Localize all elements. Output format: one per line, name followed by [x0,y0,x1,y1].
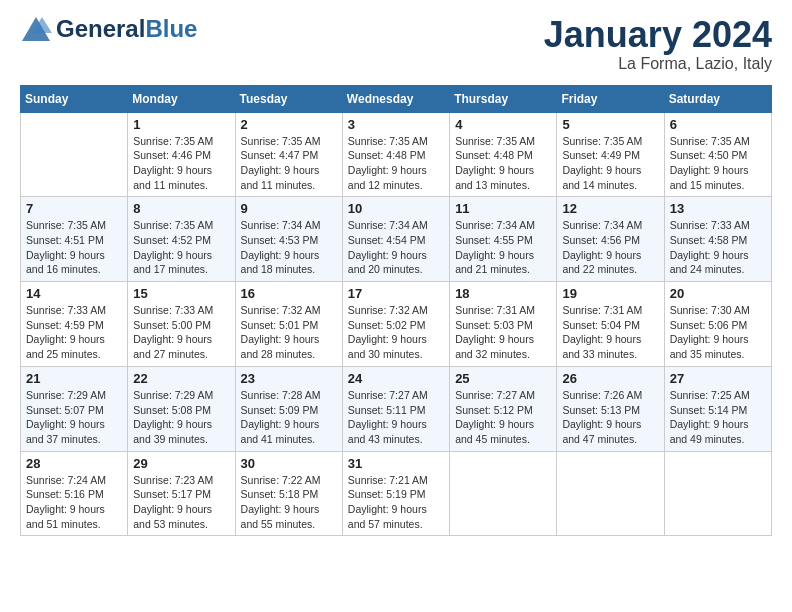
day-info: Sunrise: 7:31 AMSunset: 5:04 PMDaylight:… [562,303,658,362]
day-info: Sunrise: 7:31 AMSunset: 5:03 PMDaylight:… [455,303,551,362]
header-friday: Friday [557,85,664,112]
table-row: 20 Sunrise: 7:30 AMSunset: 5:06 PMDaylig… [664,282,771,367]
day-info: Sunrise: 7:29 AMSunset: 5:07 PMDaylight:… [26,388,122,447]
table-row: 8 Sunrise: 7:35 AMSunset: 4:52 PMDayligh… [128,197,235,282]
header-tuesday: Tuesday [235,85,342,112]
day-info: Sunrise: 7:30 AMSunset: 5:06 PMDaylight:… [670,303,766,362]
table-row: 19 Sunrise: 7:31 AMSunset: 5:04 PMDaylig… [557,282,664,367]
table-row: 11 Sunrise: 7:34 AMSunset: 4:55 PMDaylig… [450,197,557,282]
day-info: Sunrise: 7:25 AMSunset: 5:14 PMDaylight:… [670,388,766,447]
day-number: 2 [241,117,337,132]
day-info: Sunrise: 7:27 AMSunset: 5:12 PMDaylight:… [455,388,551,447]
table-row: 14 Sunrise: 7:33 AMSunset: 4:59 PMDaylig… [21,282,128,367]
table-row: 12 Sunrise: 7:34 AMSunset: 4:56 PMDaylig… [557,197,664,282]
table-row [21,112,128,197]
day-info: Sunrise: 7:33 AMSunset: 5:00 PMDaylight:… [133,303,229,362]
day-info: Sunrise: 7:35 AMSunset: 4:49 PMDaylight:… [562,134,658,193]
calendar-header-row: Sunday Monday Tuesday Wednesday Thursday… [21,85,772,112]
day-info: Sunrise: 7:28 AMSunset: 5:09 PMDaylight:… [241,388,337,447]
day-info: Sunrise: 7:21 AMSunset: 5:19 PMDaylight:… [348,473,444,532]
calendar-week-row: 1 Sunrise: 7:35 AMSunset: 4:46 PMDayligh… [21,112,772,197]
day-number: 20 [670,286,766,301]
table-row: 29 Sunrise: 7:23 AMSunset: 5:17 PMDaylig… [128,451,235,536]
table-row: 18 Sunrise: 7:31 AMSunset: 5:03 PMDaylig… [450,282,557,367]
table-row: 15 Sunrise: 7:33 AMSunset: 5:00 PMDaylig… [128,282,235,367]
day-number: 24 [348,371,444,386]
table-row: 1 Sunrise: 7:35 AMSunset: 4:46 PMDayligh… [128,112,235,197]
day-number: 13 [670,201,766,216]
calendar-table: Sunday Monday Tuesday Wednesday Thursday… [20,85,772,537]
header: GeneralBlue January 2024 La Forma, Lazio… [20,15,772,73]
day-number: 30 [241,456,337,471]
day-number: 9 [241,201,337,216]
day-info: Sunrise: 7:26 AMSunset: 5:13 PMDaylight:… [562,388,658,447]
table-row: 22 Sunrise: 7:29 AMSunset: 5:08 PMDaylig… [128,366,235,451]
logo-icon [20,15,52,43]
day-info: Sunrise: 7:34 AMSunset: 4:55 PMDaylight:… [455,218,551,277]
table-row: 25 Sunrise: 7:27 AMSunset: 5:12 PMDaylig… [450,366,557,451]
calendar-week-row: 21 Sunrise: 7:29 AMSunset: 5:07 PMDaylig… [21,366,772,451]
table-row: 28 Sunrise: 7:24 AMSunset: 5:16 PMDaylig… [21,451,128,536]
header-thursday: Thursday [450,85,557,112]
day-number: 16 [241,286,337,301]
day-number: 26 [562,371,658,386]
calendar-week-row: 7 Sunrise: 7:35 AMSunset: 4:51 PMDayligh… [21,197,772,282]
table-row: 13 Sunrise: 7:33 AMSunset: 4:58 PMDaylig… [664,197,771,282]
table-row: 5 Sunrise: 7:35 AMSunset: 4:49 PMDayligh… [557,112,664,197]
table-row: 31 Sunrise: 7:21 AMSunset: 5:19 PMDaylig… [342,451,449,536]
day-number: 29 [133,456,229,471]
table-row: 27 Sunrise: 7:25 AMSunset: 5:14 PMDaylig… [664,366,771,451]
day-info: Sunrise: 7:23 AMSunset: 5:17 PMDaylight:… [133,473,229,532]
table-row [557,451,664,536]
table-row: 16 Sunrise: 7:32 AMSunset: 5:01 PMDaylig… [235,282,342,367]
location-title: La Forma, Lazio, Italy [544,55,772,73]
day-number: 12 [562,201,658,216]
day-number: 5 [562,117,658,132]
logo: GeneralBlue [20,15,197,43]
table-row: 2 Sunrise: 7:35 AMSunset: 4:47 PMDayligh… [235,112,342,197]
day-number: 15 [133,286,229,301]
day-number: 10 [348,201,444,216]
day-info: Sunrise: 7:27 AMSunset: 5:11 PMDaylight:… [348,388,444,447]
day-info: Sunrise: 7:35 AMSunset: 4:48 PMDaylight:… [455,134,551,193]
day-info: Sunrise: 7:35 AMSunset: 4:50 PMDaylight:… [670,134,766,193]
table-row: 3 Sunrise: 7:35 AMSunset: 4:48 PMDayligh… [342,112,449,197]
day-number: 18 [455,286,551,301]
day-number: 1 [133,117,229,132]
header-saturday: Saturday [664,85,771,112]
header-wednesday: Wednesday [342,85,449,112]
day-number: 28 [26,456,122,471]
day-info: Sunrise: 7:33 AMSunset: 4:58 PMDaylight:… [670,218,766,277]
table-row: 24 Sunrise: 7:27 AMSunset: 5:11 PMDaylig… [342,366,449,451]
logo-text: GeneralBlue [56,15,197,43]
day-info: Sunrise: 7:35 AMSunset: 4:47 PMDaylight:… [241,134,337,193]
day-info: Sunrise: 7:35 AMSunset: 4:48 PMDaylight:… [348,134,444,193]
day-number: 11 [455,201,551,216]
table-row: 10 Sunrise: 7:34 AMSunset: 4:54 PMDaylig… [342,197,449,282]
table-row: 26 Sunrise: 7:26 AMSunset: 5:13 PMDaylig… [557,366,664,451]
day-number: 25 [455,371,551,386]
day-info: Sunrise: 7:34 AMSunset: 4:54 PMDaylight:… [348,218,444,277]
title-block: January 2024 La Forma, Lazio, Italy [544,15,772,73]
day-info: Sunrise: 7:22 AMSunset: 5:18 PMDaylight:… [241,473,337,532]
day-number: 8 [133,201,229,216]
day-number: 31 [348,456,444,471]
table-row: 23 Sunrise: 7:28 AMSunset: 5:09 PMDaylig… [235,366,342,451]
day-number: 22 [133,371,229,386]
table-row: 6 Sunrise: 7:35 AMSunset: 4:50 PMDayligh… [664,112,771,197]
table-row: 21 Sunrise: 7:29 AMSunset: 5:07 PMDaylig… [21,366,128,451]
table-row: 17 Sunrise: 7:32 AMSunset: 5:02 PMDaylig… [342,282,449,367]
day-info: Sunrise: 7:24 AMSunset: 5:16 PMDaylight:… [26,473,122,532]
day-number: 21 [26,371,122,386]
day-number: 4 [455,117,551,132]
table-row: 9 Sunrise: 7:34 AMSunset: 4:53 PMDayligh… [235,197,342,282]
day-number: 7 [26,201,122,216]
table-row [664,451,771,536]
calendar-week-row: 28 Sunrise: 7:24 AMSunset: 5:16 PMDaylig… [21,451,772,536]
table-row: 4 Sunrise: 7:35 AMSunset: 4:48 PMDayligh… [450,112,557,197]
header-sunday: Sunday [21,85,128,112]
month-title: January 2024 [544,15,772,55]
day-info: Sunrise: 7:35 AMSunset: 4:51 PMDaylight:… [26,218,122,277]
day-number: 6 [670,117,766,132]
day-info: Sunrise: 7:32 AMSunset: 5:01 PMDaylight:… [241,303,337,362]
